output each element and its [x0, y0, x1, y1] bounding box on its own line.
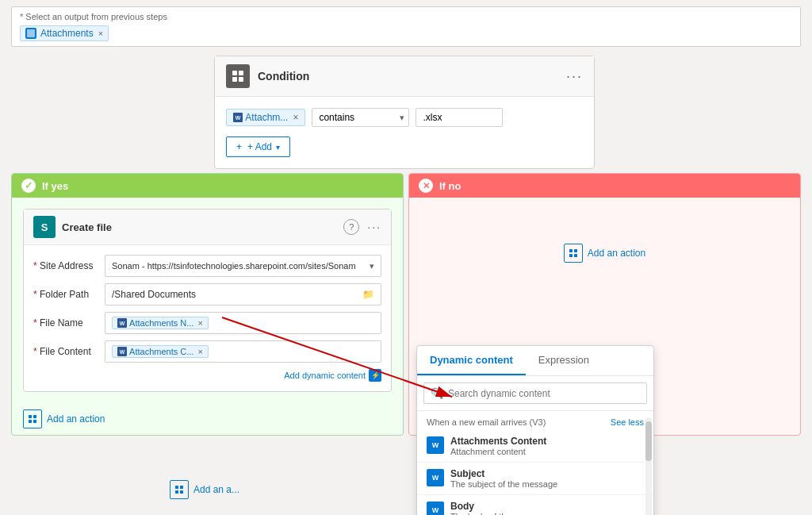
- add-action-no-icon: [564, 244, 583, 263]
- condition-header: Condition ···: [215, 56, 594, 97]
- see-less-button[interactable]: See less: [611, 417, 644, 427]
- file-name-row: File Name W Attachments N... ×: [33, 312, 381, 334]
- x-icon: ✕: [419, 179, 433, 193]
- condition-icon: [226, 64, 250, 88]
- condition-value-input[interactable]: [416, 108, 503, 127]
- check-icon: ✓: [21, 179, 36, 193]
- site-address-value: Sonam - https://tsinfotechnologies.share…: [112, 261, 356, 271]
- expression-tab[interactable]: Expression: [526, 346, 602, 375]
- dynamic-item-icon-1: W: [427, 436, 444, 454]
- dynamic-item-subject[interactable]: W Subject The subject of the message: [417, 463, 653, 495]
- dynamic-badge: ⚡: [369, 369, 381, 382]
- tag-close-button[interactable]: ×: [98, 29, 103, 38]
- file-name-input[interactable]: W Attachments N... ×: [105, 312, 381, 334]
- svg-rect-14: [180, 486, 183, 489]
- file-content-tag-close[interactable]: ×: [197, 347, 202, 356]
- condition-tag-icon: W: [233, 113, 243, 122]
- branch-yes: ✓ If yes S Create file ? ···: [11, 173, 404, 436]
- file-content-label: File Content: [33, 346, 105, 357]
- svg-rect-6: [33, 415, 36, 418]
- dynamic-content-panel: Dynamic content Expression 🔍 When a new …: [416, 345, 654, 515]
- dynamic-item-body[interactable]: W Body The body of the message: [417, 495, 653, 515]
- scrollbar-thumb[interactable]: [645, 421, 652, 461]
- condition-tag[interactable]: W Attachm... ×: [226, 109, 305, 126]
- create-file-dots-menu[interactable]: ···: [367, 221, 381, 233]
- dynamic-section-title: When a new email arrives (V3): [427, 417, 546, 427]
- file-content-tag: W Attachments C... ×: [112, 345, 209, 358]
- folder-path-row: Folder Path /Shared Documents 📁: [33, 283, 381, 306]
- attachments-tag[interactable]: Attachments ×: [20, 25, 109, 41]
- file-content-tag-icon: W: [117, 347, 127, 356]
- svg-rect-4: [239, 77, 243, 82]
- search-box[interactable]: 🔍: [423, 382, 647, 404]
- dynamic-content-tab[interactable]: Dynamic content: [417, 346, 526, 375]
- if-no-inner: Add an action: [409, 198, 800, 309]
- dynamic-item-title-2: Subject: [450, 468, 644, 479]
- dynamic-search-input[interactable]: [448, 388, 640, 399]
- site-address-input[interactable]: Sonam - https://tsinfotechnologies.share…: [105, 255, 381, 277]
- dynamic-item-text-2: Subject The subject of the message: [450, 468, 644, 489]
- svg-rect-5: [29, 415, 32, 418]
- dynamic-panel-tabs: Dynamic content Expression: [417, 346, 653, 376]
- operator-select[interactable]: contains does not contain equals starts …: [312, 108, 409, 127]
- svg-rect-8: [33, 420, 36, 423]
- folder-path-input[interactable]: /Shared Documents 📁: [105, 283, 381, 306]
- file-content-input[interactable]: W Attachments C... ×: [105, 340, 381, 363]
- svg-rect-15: [175, 490, 178, 494]
- main-canvas: * Select an output from previous steps A…: [0, 0, 812, 515]
- create-file-title: Create file: [62, 221, 343, 233]
- select-output-label: * Select an output from previous steps: [20, 12, 792, 21]
- operator-select-wrapper: contains does not contain equals starts …: [312, 108, 409, 127]
- branch-yes-title: If yes: [42, 180, 68, 192]
- svg-rect-12: [574, 254, 577, 257]
- add-action-yes-button[interactable]: Add an action: [12, 403, 403, 435]
- create-file-icons: ? ···: [343, 219, 381, 235]
- svg-rect-13: [175, 486, 178, 489]
- add-action-yes-icon: [23, 409, 42, 429]
- file-content-row: File Content W Attachments C... ×: [33, 340, 381, 363]
- file-name-tag-icon: W: [117, 318, 127, 328]
- dynamic-items-list: W Attachments Content Attachment content…: [417, 430, 653, 515]
- branch-no-header: ✕ If no: [409, 174, 800, 198]
- tag-label: Attachments: [40, 28, 94, 39]
- file-name-tag-close[interactable]: ×: [197, 318, 202, 328]
- help-icon[interactable]: ?: [343, 219, 359, 235]
- select-output-section: * Select an output from previous steps A…: [11, 6, 801, 47]
- site-address-dropdown-arrow: ▾: [370, 261, 374, 271]
- branches-container: ✓ If yes S Create file ? ···: [11, 173, 801, 436]
- dynamic-item-title-1: Attachments Content: [450, 436, 644, 447]
- create-file-header: S Create file ? ···: [24, 209, 391, 245]
- svg-rect-2: [239, 71, 243, 75]
- add-action-no-button[interactable]: Add an action: [553, 237, 657, 269]
- scrollbar-track[interactable]: [645, 417, 652, 515]
- condition-add-button[interactable]: + + Add ▾: [226, 136, 290, 157]
- add-plus-icon: +: [236, 141, 242, 152]
- site-address-label: Site Address: [33, 260, 105, 271]
- svg-rect-9: [569, 249, 573, 252]
- file-name-tag: W Attachments N... ×: [112, 317, 209, 329]
- dynamic-item-subtitle-2: The subject of the message: [450, 479, 644, 489]
- bottom-add-action-button[interactable]: Add an a...: [159, 474, 251, 505]
- condition-body: W Attachm... × contains does not contain…: [215, 97, 594, 168]
- dynamic-item-text-1: Attachments Content Attachment content: [450, 436, 644, 456]
- branch-yes-header: ✓ If yes: [12, 174, 403, 198]
- dynamic-item-title-3: Body: [450, 501, 644, 512]
- condition-dots-menu[interactable]: ···: [566, 68, 583, 85]
- search-icon: 🔍: [431, 387, 443, 399]
- folder-icon: 📁: [362, 289, 374, 300]
- dynamic-content-link[interactable]: Add dynamic content ⚡: [33, 369, 381, 382]
- dynamic-search-area: 🔍: [417, 376, 653, 411]
- svg-rect-16: [180, 490, 183, 494]
- condition-block: Condition ··· W Attachm... × contains do…: [214, 56, 595, 169]
- site-address-row: Site Address Sonam - https://tsinfotechn…: [33, 255, 381, 277]
- dynamic-item-icon-3: W: [427, 502, 444, 515]
- dynamic-item-subtitle-3: The body of the message: [450, 512, 644, 515]
- condition-tag-close[interactable]: ×: [293, 112, 298, 123]
- file-name-label: File Name: [33, 317, 105, 329]
- create-file-body: Site Address Sonam - https://tsinfotechn…: [24, 245, 391, 391]
- branch-no-title: If no: [439, 180, 461, 192]
- create-file-card: S Create file ? ··· Site Address: [23, 209, 392, 392]
- dynamic-item-icon-2: W: [427, 469, 444, 486]
- dynamic-item-attachments-content[interactable]: W Attachments Content Attachment content: [417, 430, 653, 463]
- dynamic-item-subtitle-1: Attachment content: [450, 447, 644, 456]
